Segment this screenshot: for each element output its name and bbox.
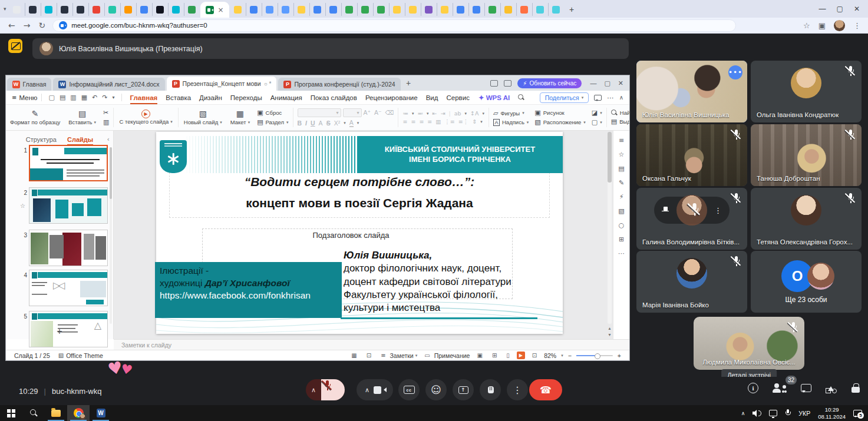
slide-title-line2[interactable]: концепт мови в поезії Сергія Жадана xyxy=(156,196,563,210)
participant-tile[interactable]: Оксана Гальчук xyxy=(636,124,747,186)
new-slide-button[interactable]: ▧Новый слайд▾ xyxy=(180,105,226,130)
participant-tile[interactable]: Ольга Іванівна Кондратюк xyxy=(751,61,862,122)
ribbon-tab-Переходы[interactable]: Переходы xyxy=(230,94,262,101)
ribbon-tab-Дизайн[interactable]: Дизайн xyxy=(199,94,222,101)
side-tool-icon[interactable]: ○ xyxy=(619,221,625,229)
slide-nav-arrows[interactable]: ▴▾ xyxy=(606,325,613,338)
browser-tab[interactable] xyxy=(104,3,120,16)
strike-button[interactable]: S xyxy=(326,120,331,127)
thumb-toggle-icon[interactable]: ▦ xyxy=(351,352,357,359)
browser-tab[interactable] xyxy=(484,3,500,16)
wps-minimize-icon[interactable]: — xyxy=(590,79,596,87)
illustration-credit-box[interactable]: Ілюстрації - художниці Дар’ї Хрисанфової… xyxy=(155,262,342,318)
present-button[interactable]: ↑ xyxy=(453,379,474,400)
zoom-slider[interactable] xyxy=(576,355,613,356)
shapes-button[interactable]: ▱Фигуры▾ xyxy=(493,110,529,117)
tab-close-icon[interactable]: × xyxy=(218,6,224,14)
slide-thumbnail-2[interactable] xyxy=(29,187,108,224)
comment-icon[interactable] xyxy=(594,95,602,101)
wps-restore-icon[interactable]: ▢ xyxy=(604,79,610,87)
line-spacing-button[interactable]: ↕A xyxy=(470,110,478,117)
collapse-panel-icon[interactable]: ‹ xyxy=(107,135,110,143)
slide-canvas[interactable]: КИЇВСЬКИЙ СТОЛИЧНИЙ УНІВЕРСИТЕТ ІМЕНІ БО… xyxy=(156,132,563,334)
wps-search-icon[interactable] xyxy=(518,94,524,101)
open-icon[interactable]: ▢ xyxy=(48,94,54,101)
side-tool-icon[interactable]: ☆ xyxy=(619,151,625,158)
browser-tab[interactable] xyxy=(532,3,548,16)
captions-button[interactable]: cc xyxy=(398,379,420,400)
participant-tile[interactable]: Людмила Миколаївна Овсіє... xyxy=(694,317,804,370)
ribbon-tab-Рецензирование[interactable]: Рецензирование xyxy=(365,94,418,101)
font-name-box[interactable]: ▾ xyxy=(298,108,341,117)
browser-tab[interactable] xyxy=(246,3,262,16)
ribbon-tab-Сервис[interactable]: Сервис xyxy=(447,94,470,101)
stop-presenting-icon[interactable] xyxy=(8,39,22,53)
spacing-button[interactable]: ⇕ xyxy=(472,118,477,125)
profile-avatar[interactable] xyxy=(834,20,845,31)
activities-icon[interactable] xyxy=(826,383,837,393)
wps-menu-button[interactable]: ≡Меню xyxy=(12,94,37,101)
mic-button[interactable]: ∧ xyxy=(306,379,345,400)
browser-tab[interactable] xyxy=(278,3,293,16)
columns-button[interactable]: ▥ xyxy=(435,118,441,125)
arrange-button[interactable]: ▧Расположение▾ xyxy=(534,118,586,126)
more-history-icon[interactable]: ▾ xyxy=(113,95,115,100)
browser-tab[interactable] xyxy=(341,3,357,16)
superscript-button[interactable]: X² xyxy=(334,120,341,127)
tray-mic-icon[interactable] xyxy=(785,409,791,417)
restore-icon[interactable]: ▢ xyxy=(837,5,843,13)
ribbon-tab-Анимация[interactable]: Анимация xyxy=(270,94,302,101)
slide-title-line1[interactable]: “Водити серцем потрібне слово…”: xyxy=(156,175,563,189)
sorter-view-icon[interactable]: ⊞ xyxy=(492,352,497,359)
chat-icon[interactable] xyxy=(801,384,811,392)
side-tool-icon[interactable]: ✎ xyxy=(619,179,624,187)
section-button[interactable]: ▤Раздел▾ xyxy=(257,118,288,126)
browser-tab[interactable] xyxy=(548,3,564,16)
panel-scrollbar[interactable] xyxy=(110,147,112,324)
slideshow-button[interactable]: ▶ xyxy=(517,352,525,359)
wps-doc-tab[interactable]: PПрограма конференції (студ.)-2024 xyxy=(278,78,400,91)
align-left-button[interactable]: ≡ xyxy=(402,118,407,125)
browser-menu-icon[interactable]: ⋮ xyxy=(853,21,861,30)
word-taskbar-button[interactable]: W xyxy=(90,405,112,421)
tile-menu-icon[interactable]: ⋮ xyxy=(714,206,722,215)
browser-tab[interactable] xyxy=(88,3,104,16)
find-button[interactable]: Найти xyxy=(611,110,629,116)
author-text-box[interactable]: Юлія Вишницька, доктор філологічних наук… xyxy=(344,249,557,314)
textbox-button[interactable]: AНадпись▾ xyxy=(493,119,529,126)
tab-slides[interactable]: Слайды xyxy=(67,136,93,143)
font-color-button[interactable]: A xyxy=(349,119,354,127)
browser-tab[interactable] xyxy=(373,3,389,16)
quick-style-button[interactable]: ◪▾ xyxy=(592,109,602,117)
zoom-value[interactable]: 82% xyxy=(544,352,556,359)
text-direction-button[interactable]: ab xyxy=(454,110,461,117)
add-slide-button[interactable]: + xyxy=(6,326,113,337)
active-tab[interactable]: × xyxy=(200,2,229,18)
notes-bar[interactable]: Заметки к слайду xyxy=(114,339,629,350)
camera-button[interactable]: ∧ xyxy=(357,379,393,400)
desk-toggle-icon[interactable]: ⊡ xyxy=(367,352,371,359)
wps-doc-tab[interactable]: PПрезентація_Концепт мови○ * xyxy=(167,77,277,91)
select-button[interactable]: ▤Выдели xyxy=(611,118,629,125)
browser-tab[interactable] xyxy=(325,3,341,16)
ribbon-tab-Главная[interactable]: Главная xyxy=(130,94,158,101)
address-bar[interactable]: meet.google.com/buc-hknm-wkq?authuser=0 xyxy=(52,19,736,32)
tab-structure[interactable]: Структура xyxy=(26,136,57,143)
zoom-in-button[interactable]: + xyxy=(618,352,621,359)
side-tool-icon[interactable]: ≡ xyxy=(619,137,624,144)
clear-format-icon[interactable]: ⌫ xyxy=(385,109,394,116)
share-button[interactable]: Поделиться▾ xyxy=(540,92,589,103)
zoom-out-button[interactable]: − xyxy=(568,352,572,359)
justify-button[interactable]: ≡ xyxy=(427,118,432,125)
side-tool-icon[interactable]: ▧ xyxy=(618,207,624,215)
participant-tile[interactable]: Марія Іванівна Бойко xyxy=(636,251,747,313)
browser-tab[interactable] xyxy=(168,3,184,16)
participant-tile[interactable]: Галина Володимирівна Бітків...⋮ xyxy=(636,188,747,250)
underline-button[interactable]: U xyxy=(311,120,315,127)
indent-button[interactable]: ⇥ xyxy=(440,110,445,117)
browser-tab[interactable] xyxy=(230,3,246,16)
participant-tile[interactable]: Танюша Доброштан xyxy=(751,124,862,186)
list-l-button[interactable]: ⋮≡ xyxy=(444,118,454,125)
browser-tab[interactable] xyxy=(293,3,309,16)
list-r-button[interactable]: ≡⋮ xyxy=(458,118,468,125)
